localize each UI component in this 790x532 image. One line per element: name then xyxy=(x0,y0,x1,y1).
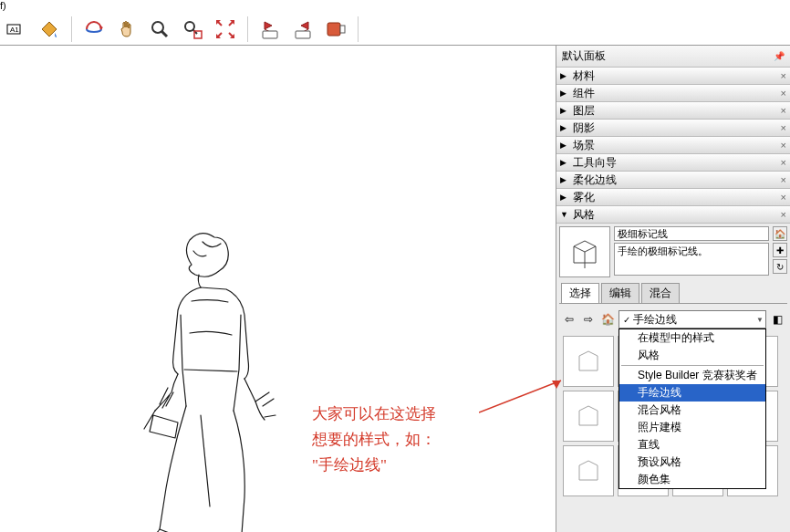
close-icon[interactable]: × xyxy=(781,192,786,203)
tray-fog[interactable]: ▶雾化× xyxy=(556,189,790,206)
style-collection-dropdown[interactable]: ✓手绘边线 在模型中的样式 风格 Style Builder 竞赛获奖者 手绘边… xyxy=(618,310,766,329)
tray-shadows[interactable]: ▶阴影× xyxy=(556,120,790,137)
forward-icon[interactable]: ⇨ xyxy=(580,311,597,328)
pin-icon[interactable]: 📌 xyxy=(774,51,785,61)
orbit-tool[interactable] xyxy=(81,16,107,42)
dimension-tool[interactable]: A1 xyxy=(4,16,29,42)
dropdown-item-selected[interactable]: 手绘边线 xyxy=(619,384,765,402)
tray-materials[interactable]: ▶材料× xyxy=(556,68,790,85)
svg-text:A1: A1 xyxy=(10,26,19,34)
tray-instructor[interactable]: ▶工具向导× xyxy=(556,154,790,172)
dropdown-list: 在模型中的样式 风格 Style Builder 竞赛获奖者 手绘边线 混合风格… xyxy=(618,329,766,489)
back-icon[interactable]: ⇦ xyxy=(561,311,577,328)
close-icon[interactable]: × xyxy=(781,157,786,168)
svg-rect-12 xyxy=(263,31,277,38)
next-view-tool[interactable] xyxy=(290,16,316,42)
tray-soften[interactable]: ▶柔化边线× xyxy=(556,172,790,189)
svg-line-16 xyxy=(479,381,561,412)
style-thumb-item[interactable] xyxy=(563,445,614,496)
close-icon[interactable]: × xyxy=(781,122,786,133)
model-figure xyxy=(128,224,319,532)
svg-rect-15 xyxy=(340,26,345,33)
toolbar: A1 xyxy=(0,13,790,46)
paint-bucket-tool[interactable] xyxy=(36,16,62,42)
tray-layers[interactable]: ▶图层× xyxy=(556,102,790,120)
style-desc-input[interactable]: 手绘的极细标记线。 xyxy=(614,243,769,276)
close-icon[interactable]: × xyxy=(781,174,786,185)
dropdown-item[interactable]: 预设风格 xyxy=(619,454,765,471)
window-title: f) xyxy=(0,0,790,13)
style-name-input[interactable] xyxy=(614,226,769,241)
home-icon[interactable]: 🏠 xyxy=(599,311,616,328)
svg-line-4 xyxy=(161,31,167,37)
svg-rect-14 xyxy=(327,23,340,36)
zoom-window-tool[interactable] xyxy=(180,16,205,42)
tray-scenes[interactable]: ▶场景× xyxy=(556,137,790,154)
tab-mix[interactable]: 混合 xyxy=(641,283,680,303)
close-icon[interactable]: × xyxy=(781,209,786,220)
position-camera-tool[interactable] xyxy=(323,16,348,42)
close-icon[interactable]: × xyxy=(781,88,786,99)
dropdown-item[interactable]: 直线 xyxy=(619,436,765,454)
dropdown-item[interactable]: 在模型中的样式 xyxy=(619,329,765,347)
close-icon[interactable]: × xyxy=(781,140,786,151)
zoom-tool[interactable] xyxy=(147,16,172,42)
tab-edit[interactable]: 编辑 xyxy=(601,283,639,303)
svg-rect-13 xyxy=(296,31,310,38)
dropdown-item[interactable]: 风格 xyxy=(619,347,765,364)
close-icon[interactable]: × xyxy=(781,70,786,81)
update-style-icon[interactable]: 🏠 xyxy=(773,226,787,241)
refresh-style-icon[interactable]: ↻ xyxy=(773,259,787,274)
tray-panel: 默认面板 📌 ▶材料× ▶组件× ▶图层× ▶阴影× ▶场景× ▶工具向导× ▶… xyxy=(556,46,790,532)
style-thumbnail[interactable] xyxy=(559,226,610,277)
style-thumb-item[interactable] xyxy=(563,391,614,442)
tray-styles[interactable]: ▼风格× xyxy=(556,206,790,224)
tray-components[interactable]: ▶组件× xyxy=(556,85,790,102)
dropdown-item[interactable]: Style Builder 竞赛获奖者 xyxy=(619,367,765,384)
dropdown-item[interactable]: 颜色集 xyxy=(619,471,765,488)
pan-tool[interactable] xyxy=(114,16,140,42)
tab-select[interactable]: 选择 xyxy=(561,283,599,303)
dropdown-item[interactable]: 混合风格 xyxy=(619,402,765,419)
details-icon[interactable]: ◧ xyxy=(769,311,785,328)
style-tabs: 选择 编辑 混合 xyxy=(561,283,785,303)
close-icon[interactable]: × xyxy=(781,105,786,116)
style-thumb-item[interactable] xyxy=(563,336,614,387)
previous-view-tool[interactable] xyxy=(257,16,283,42)
styles-panel: 手绘的极细标记线。 🏠 ✚ ↻ 选择 编辑 混合 ⇦ ⇨ 🏠 xyxy=(556,224,790,503)
zoom-extents-tool[interactable] xyxy=(213,16,238,42)
dropdown-item[interactable]: 照片建模 xyxy=(619,419,765,436)
annotation-text: 大家可以在这选择 想要的样式，如： "手绘边线" xyxy=(312,402,436,478)
create-style-icon[interactable]: ✚ xyxy=(773,243,787,257)
viewport[interactable]: 大家可以在这选择 想要的样式，如： "手绘边线" xyxy=(0,46,556,532)
tray-title[interactable]: 默认面板 📌 xyxy=(556,46,790,68)
